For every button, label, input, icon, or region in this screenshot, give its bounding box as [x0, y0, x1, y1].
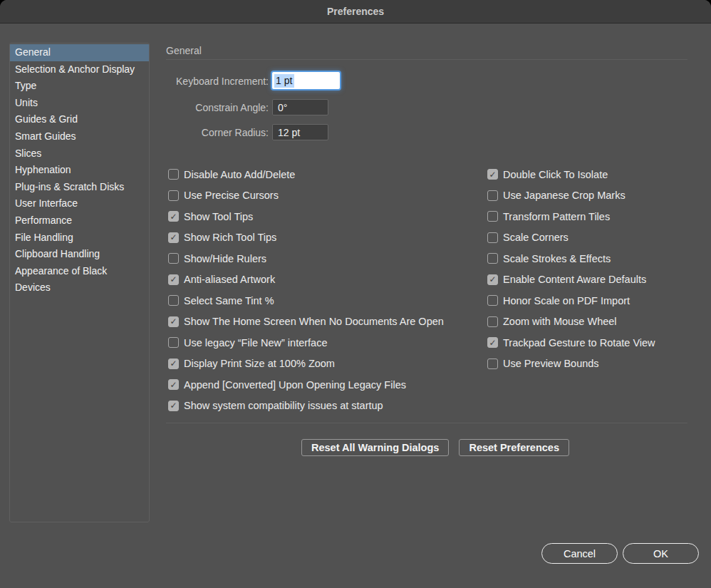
checkbox-label: Zoom with Mouse Wheel [503, 316, 617, 327]
footer-divider [166, 423, 687, 423]
preferences-category-list: GeneralSelection & Anchor DisplayTypeUni… [9, 43, 150, 522]
reset-buttons-row: Reset All Warning Dialogs Reset Preferen… [301, 439, 569, 456]
sidebar-item-user-interface[interactable]: User Interface [10, 195, 149, 212]
checkbox-unchecked[interactable] [168, 337, 179, 348]
checkbox-label: Transform Pattern Tiles [503, 211, 610, 222]
heading-divider [166, 59, 687, 60]
checkbox-unchecked[interactable] [487, 211, 498, 222]
checkbox-label: Trackpad Gesture to Rotate View [503, 337, 655, 349]
checkbox-checked[interactable]: ✓ [487, 274, 498, 285]
checkbox-checked[interactable]: ✓ [168, 274, 179, 285]
sidebar-item-hyphenation[interactable]: Hyphenation [10, 162, 149, 179]
checkbox-label: Use legacy “File New” interface [184, 337, 327, 349]
checkbox-label: Select Same Tint % [184, 295, 274, 306]
checkbox-row[interactable]: ✓ Show Rich Tool Tips [168, 227, 444, 249]
checkbox-row[interactable]: ✓ Show system compatibility issues at st… [168, 396, 444, 417]
checkbox-label: Show/Hide Rulers [184, 253, 266, 264]
checkbox-label: Disable Auto Add/Delete [184, 169, 295, 180]
checkbox-column-right: ✓ Double Click To Isolate Use Japanese C… [487, 164, 655, 374]
field-value: 12 pt [278, 127, 300, 138]
selected-text: 1 pt [274, 74, 294, 88]
checkbox-unchecked[interactable] [487, 295, 498, 306]
checkbox-label: Double Click To Isolate [503, 169, 608, 180]
checkbox-row[interactable]: ✓ Append [Converted] Upon Opening Legacy… [168, 374, 444, 396]
window-titlebar[interactable]: Preferences [0, 0, 711, 24]
checkbox-row[interactable]: ✓ Show The Home Screen When No Documents… [168, 311, 444, 333]
checkbox-unchecked[interactable] [168, 169, 179, 180]
checkbox-label: Honor Scale on PDF Import [503, 295, 630, 306]
sidebar-item-clipboard-handling[interactable]: Clipboard Handling [10, 246, 149, 263]
checkbox-checked[interactable]: ✓ [168, 316, 179, 327]
sidebar-item-general[interactable]: General [10, 44, 149, 61]
sidebar-item-slices[interactable]: Slices [10, 145, 149, 163]
checkbox-row[interactable]: ✓ Trackpad Gesture to Rotate View [487, 332, 655, 354]
checkbox-checked[interactable]: ✓ [487, 337, 498, 348]
checkbox-row[interactable]: Disable Auto Add/Delete [168, 164, 444, 185]
checkbox-row[interactable]: Show/Hide Rulers [168, 248, 444, 269]
checkbox-label: Enable Content Aware Defaults [503, 274, 646, 285]
constrain-angle-input[interactable]: 0° [272, 99, 328, 115]
checkbox-unchecked[interactable] [168, 190, 179, 201]
checkbox-label: Display Print Size at 100% Zoom [184, 358, 335, 369]
keyboard-increment-label: Keyboard Increment: [123, 76, 269, 87]
reset-preferences-button[interactable]: Reset Preferences [459, 439, 569, 456]
checkbox-label: Use Japanese Crop Marks [503, 190, 626, 201]
checkbox-unchecked[interactable] [487, 359, 498, 369]
checkbox-row[interactable]: ✓ Double Click To Isolate [487, 164, 655, 185]
ok-button[interactable]: OK [623, 543, 699, 564]
checkbox-row[interactable]: Use Precise Cursors [168, 185, 444, 207]
checkbox-label: Scale Strokes & Effects [503, 253, 611, 264]
checkbox-row[interactable]: Use legacy “File New” interface [168, 332, 444, 354]
checkbox-unchecked[interactable] [487, 232, 498, 243]
checkbox-row[interactable]: ✓ Anti-aliased Artwork [168, 269, 444, 291]
checkbox-unchecked[interactable] [168, 253, 179, 264]
reset-all-warning-dialogs-button[interactable]: Reset All Warning Dialogs [301, 439, 449, 456]
window-title: Preferences [327, 6, 384, 17]
checkbox-row[interactable]: Zoom with Mouse Wheel [487, 311, 655, 333]
checkbox-checked[interactable]: ✓ [168, 359, 179, 369]
checkbox-checked[interactable]: ✓ [168, 379, 179, 390]
checkbox-row[interactable]: Honor Scale on PDF Import [487, 290, 655, 311]
checkbox-unchecked[interactable] [487, 316, 498, 327]
checkbox-row[interactable]: Transform Pattern Tiles [487, 206, 655, 227]
section-heading: General [166, 45, 202, 56]
checkbox-label: Use Precise Cursors [184, 190, 279, 201]
checkbox-row[interactable]: Use Japanese Crop Marks [487, 185, 655, 207]
checkbox-row[interactable]: Scale Strokes & Effects [487, 248, 655, 269]
checkbox-checked[interactable]: ✓ [168, 211, 179, 222]
sidebar-item-plug-ins-scratch-disks[interactable]: Plug-ins & Scratch Disks [10, 179, 149, 196]
sidebar-item-guides-grid[interactable]: Guides & Grid [10, 111, 149, 128]
checkbox-column-left: Disable Auto Add/Delete Use Precise Curs… [168, 164, 444, 416]
checkbox-unchecked[interactable] [487, 190, 498, 201]
checkbox-label: Scale Corners [503, 232, 569, 243]
checkbox-row[interactable]: Select Same Tint % [168, 290, 444, 311]
checkbox-row[interactable]: Scale Corners [487, 227, 655, 249]
checkbox-checked[interactable]: ✓ [168, 401, 179, 411]
checkbox-row[interactable]: ✓ Display Print Size at 100% Zoom [168, 354, 444, 375]
checkbox-label: Show The Home Screen When No Documents A… [184, 316, 444, 327]
sidebar-item-devices[interactable]: Devices [10, 279, 149, 296]
cancel-button[interactable]: Cancel [541, 543, 618, 564]
sidebar-item-file-handling[interactable]: File Handling [10, 229, 149, 247]
checkbox-row[interactable]: ✓ Show Tool Tips [168, 206, 444, 227]
checkbox-row[interactable]: ✓ Enable Content Aware Defaults [487, 269, 655, 291]
checkbox-label: Anti-aliased Artwork [184, 274, 275, 285]
checkbox-checked[interactable]: ✓ [487, 169, 498, 180]
checkbox-label: Show Tool Tips [184, 211, 253, 222]
checkbox-label: Append [Converted] Upon Opening Legacy F… [184, 379, 406, 391]
checkbox-label: Use Preview Bounds [503, 358, 599, 369]
corner-radius-label: Corner Radius: [123, 127, 269, 138]
sidebar-item-performance[interactable]: Performance [10, 212, 149, 229]
checkbox-label: Show system compatibility issues at star… [184, 400, 383, 411]
checkbox-row[interactable]: Use Preview Bounds [487, 354, 655, 375]
corner-radius-input[interactable]: 12 pt [272, 124, 328, 140]
keyboard-increment-input[interactable]: 1 pt [272, 72, 340, 89]
checkbox-label: Show Rich Tool Tips [184, 232, 276, 243]
sidebar-item-appearance-of-black[interactable]: Appearance of Black [10, 263, 149, 280]
checkbox-unchecked[interactable] [487, 253, 498, 264]
screen: Preferences GeneralSelection & Anchor Di… [0, 0, 711, 588]
checkbox-unchecked[interactable] [168, 295, 179, 306]
constrain-angle-label: Constrain Angle: [123, 102, 269, 113]
checkbox-checked[interactable]: ✓ [168, 232, 179, 243]
preferences-dialog: Preferences GeneralSelection & Anchor Di… [0, 0, 711, 588]
